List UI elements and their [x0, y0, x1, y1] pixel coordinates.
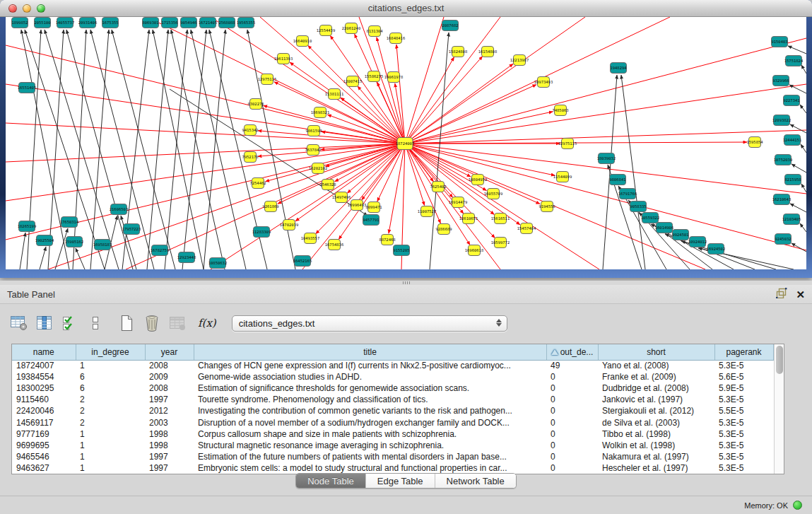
- table-cell[interactable]: 0: [546, 382, 598, 394]
- network-node[interactable]: 8872468: [379, 235, 395, 245]
- tab-edge-table[interactable]: Edge Table: [365, 474, 435, 488]
- column-header-pagerank[interactable]: pagerank: [714, 344, 773, 360]
- network-node[interactable]: 9546328: [319, 180, 336, 190]
- table-cell[interactable]: 2012: [145, 405, 194, 416]
- network-node[interactable]: 10973493: [534, 77, 553, 88]
- function-builder-icon[interactable]: f(x): [198, 317, 216, 329]
- network-node[interactable]: 9054946: [180, 18, 196, 28]
- network-node[interactable]: 11283309: [252, 227, 271, 238]
- column-header-out_de[interactable]: out_de...: [546, 344, 598, 360]
- network-node[interactable]: 16640910: [293, 36, 312, 47]
- table-cell[interactable]: 2003: [145, 416, 194, 428]
- network-node[interactable]: 16452165: [293, 256, 312, 267]
- float-window-icon[interactable]: [776, 288, 787, 301]
- column-header-title[interactable]: title: [194, 344, 546, 360]
- network-node[interactable]: 9058335: [630, 201, 646, 212]
- table-cell[interactable]: 5.9E-5: [714, 382, 773, 394]
- network-node[interactable]: 9806841: [609, 175, 625, 185]
- table-cell[interactable]: 2008: [145, 382, 194, 394]
- network-node[interactable]: 9415342: [242, 125, 258, 136]
- network-node[interactable]: 9457791: [363, 215, 379, 226]
- network-node[interactable]: 9150403: [771, 37, 787, 47]
- network-node[interactable]: 9261869: [262, 201, 278, 212]
- column-header-in_degree[interactable]: in_degree: [76, 344, 145, 360]
- table-cell[interactable]: Corpus callosum shape and size in male p…: [194, 428, 546, 440]
- table-cell[interactable]: 1997: [145, 394, 194, 405]
- table-cell[interactable]: 1997: [145, 462, 194, 474]
- window-titlebar[interactable]: citations_edges.txt: [0, 0, 812, 17]
- network-node[interactable]: 15905162: [65, 237, 84, 247]
- table-cell[interactable]: Nakamura et al. (1997): [598, 451, 714, 462]
- network-node[interactable]: 16791766: [618, 189, 637, 199]
- table-cell[interactable]: 9463627: [12, 462, 76, 474]
- table-cell[interactable]: 9115460: [12, 394, 76, 405]
- table-cell[interactable]: 1: [76, 440, 145, 451]
- network-node[interactable]: 10559322: [641, 213, 660, 223]
- citation-network-graph[interactable]: 1684841681313042206124012554439166409101…: [6, 17, 806, 269]
- row-height-icon[interactable]: [85, 313, 106, 334]
- network-node[interactable]: 8215958: [784, 175, 801, 185]
- network-node[interactable]: 22061240: [342, 23, 361, 34]
- network-node[interactable]: 9861593: [305, 126, 322, 136]
- network-node[interactable]: 12444151: [783, 135, 802, 146]
- table-row[interactable]: 1830029562008Estimation of significance …: [12, 382, 773, 394]
- table-row[interactable]: 1456911722003Disruption of a novel membe…: [12, 416, 773, 428]
- scrollbar-thumb[interactable]: [776, 346, 783, 374]
- show-columns-icon[interactable]: [34, 313, 55, 334]
- table-row[interactable]: 2242004622012Investigating the contribut…: [12, 405, 773, 416]
- new-document-icon[interactable]: [116, 313, 137, 334]
- network-node[interactable]: 12093822: [772, 115, 792, 126]
- table-cell[interactable]: 5.3E-5: [714, 428, 773, 440]
- network-node[interactable]: 16958187: [93, 240, 112, 250]
- network-node[interactable]: 11544099: [553, 172, 572, 182]
- network-node[interactable]: 10996493: [348, 200, 367, 211]
- table-cell[interactable]: Stergiakouli et al. (2012): [598, 405, 714, 416]
- table-cell[interactable]: 1: [76, 360, 145, 371]
- network-node[interactable]: 18698321: [311, 107, 330, 118]
- table-row[interactable]: 1872400712008Changes of HCN gene express…: [12, 360, 773, 371]
- table-cell[interactable]: 2: [76, 394, 145, 405]
- network-node[interactable]: 16782759: [151, 245, 170, 256]
- column-header-name[interactable]: name: [12, 344, 76, 360]
- network-canvas[interactable]: 1684841681313042206124012554439166409101…: [6, 17, 806, 269]
- network-node[interactable]: 9194558: [539, 201, 555, 212]
- column-header-year[interactable]: year: [145, 344, 194, 360]
- network-node[interactable]: 2055100: [34, 18, 50, 28]
- network-node[interactable]: 8131304: [366, 26, 383, 37]
- table-cell[interactable]: 5.6E-5: [714, 371, 773, 382]
- network-node[interactable]: 15751824: [784, 56, 804, 66]
- network-node[interactable]: 8302276: [247, 99, 264, 110]
- network-node[interactable]: 10752030: [774, 155, 793, 165]
- table-cell[interactable]: Tibbo et al. (1998): [598, 428, 714, 440]
- tab-node-table[interactable]: Node Table: [296, 474, 365, 488]
- table-cell[interactable]: 5.5E-5: [714, 405, 773, 416]
- table-cell[interactable]: 1: [76, 428, 145, 440]
- table-cell[interactable]: Franke et al. (2009): [598, 371, 714, 382]
- network-node[interactable]: 15586275: [365, 71, 384, 82]
- table-cell[interactable]: Investigating the contribution of common…: [194, 405, 546, 416]
- table-cell[interactable]: 22420046: [12, 405, 76, 416]
- network-node[interactable]: 8069301: [142, 18, 158, 28]
- network-node[interactable]: 10804952: [469, 175, 488, 185]
- network-node[interactable]: 16924502: [707, 244, 726, 255]
- network-node[interactable]: 12975115: [258, 74, 277, 85]
- table-cell[interactable]: 0: [546, 451, 598, 462]
- table-row[interactable]: 969969511998Structural magnetic resonanc…: [12, 440, 773, 451]
- table-cell[interactable]: 9699695: [12, 440, 76, 451]
- table-cell[interactable]: 18300295: [12, 382, 76, 394]
- table-scrollbar[interactable]: [774, 344, 784, 474]
- network-node[interactable]: 16754836: [325, 240, 344, 250]
- close-panel-icon[interactable]: ✕: [796, 289, 805, 300]
- network-node[interactable]: 12554439: [317, 25, 336, 36]
- table-cell[interactable]: Estimation of the future numbers of pati…: [194, 451, 546, 462]
- table-row[interactable]: 946554611997Estimation of the future num…: [12, 451, 773, 462]
- network-node[interactable]: 16014906: [655, 223, 674, 233]
- network-node[interactable]: 17957223: [122, 224, 141, 235]
- network-node[interactable]: 7637847: [305, 145, 321, 156]
- network-node[interactable]: 9245032: [775, 234, 791, 245]
- network-node[interactable]: 16154808: [478, 47, 498, 57]
- column-header-short[interactable]: short: [598, 344, 714, 360]
- table-cell[interactable]: 1998: [145, 440, 194, 451]
- table-cell[interactable]: 1: [76, 462, 145, 474]
- table-cell[interactable]: 49: [546, 360, 598, 371]
